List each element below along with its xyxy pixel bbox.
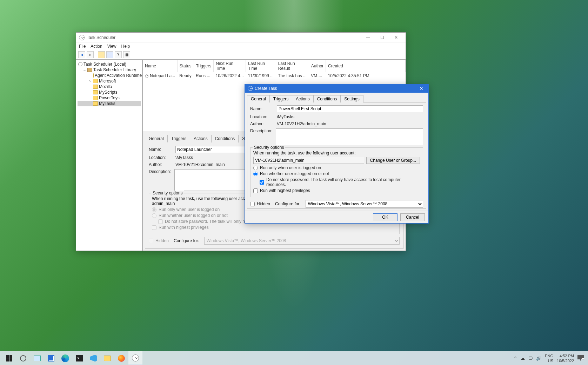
tab-general[interactable]: General <box>145 135 168 142</box>
col-result[interactable]: Last Run Result <box>276 60 309 72</box>
cancel-button[interactable]: Cancel <box>400 213 425 221</box>
dlg-tab-conditions[interactable]: Conditions <box>313 95 341 102</box>
dlg-tab-triggers[interactable]: Triggers <box>269 95 293 102</box>
tree-root[interactable]: Task Scheduler (Local) <box>78 61 141 67</box>
dlg-author: VM-10V21H2\admin_main <box>277 121 326 126</box>
system-tray: ⌃ ☁ 🖵 🔊 ENGUS 4:52 PM10/5/2022 <box>514 353 586 363</box>
edge-app[interactable] <box>58 351 72 365</box>
col-created[interactable]: Created <box>326 60 406 72</box>
dlg-no-store-pw-check[interactable] <box>260 180 264 185</box>
tab-actions[interactable]: Actions <box>190 135 211 142</box>
col-next[interactable]: Next Run Time <box>214 60 246 72</box>
author-label: Author: <box>149 162 172 167</box>
close-button[interactable]: ✕ <box>389 34 403 41</box>
minimize-button[interactable]: — <box>361 34 375 41</box>
run-whether-radio <box>152 213 156 218</box>
toolbar-btn-3[interactable] <box>98 51 105 58</box>
dialog-titlebar[interactable]: Create Task ✕ <box>245 84 428 93</box>
col-triggers[interactable]: Triggers <box>194 60 214 72</box>
ok-button[interactable]: OK <box>373 213 397 221</box>
onedrive-icon[interactable]: ☁ <box>521 356 525 361</box>
tree-pane: Task Scheduler (Local) ⌄Task Scheduler L… <box>76 60 143 251</box>
tree-item-myscripts[interactable]: MyScripts <box>78 89 141 95</box>
dlg-author-label: Author: <box>250 121 273 126</box>
dlg-security-legend: Security options <box>253 145 285 150</box>
files-app[interactable] <box>44 351 58 365</box>
file-icon <box>48 355 54 361</box>
dlg-location: \MyTasks <box>277 114 294 119</box>
dlg-configure-label: Configure for: <box>275 201 301 206</box>
scheduler-app[interactable] <box>128 351 142 365</box>
taskview-app[interactable] <box>30 351 44 365</box>
dlg-run-loggedon-radio[interactable] <box>253 166 258 170</box>
desc-label: Description: <box>149 169 171 174</box>
tab-conditions[interactable]: Conditions <box>211 135 239 142</box>
collapse-icon[interactable]: ⌄ <box>82 67 86 72</box>
dlg-tab-actions[interactable]: Actions <box>292 95 313 102</box>
chevron-up-icon[interactable]: ⌃ <box>514 356 517 361</box>
dlg-name-label: Name: <box>250 106 273 111</box>
language-indicator[interactable]: ENGUS <box>545 353 553 363</box>
task-row[interactable]: Notepad La... Ready Runs ... 10/26/2022 … <box>143 72 406 80</box>
dlg-name-input[interactable] <box>277 105 423 112</box>
dlg-tab-general[interactable]: General <box>247 95 270 102</box>
tree-item-microsoft[interactable]: ›Microsoft <box>78 78 141 84</box>
settings-app[interactable] <box>16 351 30 365</box>
col-last[interactable]: Last Run Time <box>246 60 276 72</box>
gear-icon <box>20 355 26 361</box>
edge-icon <box>61 354 69 362</box>
dlg-hidden-check[interactable] <box>250 202 255 206</box>
col-author[interactable]: Author <box>309 60 326 72</box>
detail-location: \MyTasks <box>175 155 193 160</box>
terminal-icon: >_ <box>76 355 83 361</box>
maximize-button[interactable]: ☐ <box>375 34 389 41</box>
window-title: Task Scheduler <box>87 35 361 40</box>
network-icon[interactable]: 🖵 <box>528 356 533 361</box>
firefox-app[interactable] <box>114 351 128 365</box>
folder-icon <box>93 96 98 100</box>
terminal-app[interactable]: >_ <box>72 351 86 365</box>
tree-item-mozilla[interactable]: Mozilla <box>78 84 141 89</box>
toolbar-btn-5[interactable]: ? <box>115 51 122 58</box>
location-label: Location: <box>149 155 172 160</box>
folder-icon <box>93 90 98 94</box>
col-status[interactable]: Status <box>177 60 194 72</box>
clock[interactable]: 4:52 PM10/5/2022 <box>557 353 574 363</box>
highest-priv-check <box>152 225 156 230</box>
detail-author: VM-10V21H2\admin_main <box>175 162 225 167</box>
back-button[interactable] <box>78 51 85 58</box>
titlebar[interactable]: Task Scheduler — ☐ ✕ <box>76 33 406 42</box>
volume-icon[interactable]: 🔊 <box>536 356 541 361</box>
menubar: File Action View Help <box>76 42 406 50</box>
explorer-app[interactable] <box>100 351 114 365</box>
dlg-run-whether-radio[interactable] <box>253 172 258 176</box>
tab-triggers[interactable]: Triggers <box>167 135 191 142</box>
tree-library[interactable]: ⌄Task Scheduler Library <box>78 67 141 73</box>
tree-item-powertoys[interactable]: PowerToys <box>78 95 141 101</box>
tree-item-mytasks[interactable]: MyTasks <box>78 101 141 106</box>
forward-button[interactable] <box>87 51 94 58</box>
dlg-tab-settings[interactable]: Settings <box>340 95 363 102</box>
dlg-description-input[interactable] <box>276 128 423 145</box>
dialog-close-button[interactable]: ✕ <box>417 86 426 91</box>
start-button[interactable] <box>2 351 16 365</box>
change-user-button[interactable]: Change User or Group... <box>366 157 420 164</box>
menu-view[interactable]: View <box>107 44 116 49</box>
dlg-highest-priv-check[interactable] <box>253 188 258 193</box>
col-name[interactable]: Name <box>143 60 177 72</box>
taskview-icon <box>34 356 41 361</box>
toolbar-btn-6[interactable]: ▦ <box>123 51 130 58</box>
expand-icon[interactable]: › <box>88 79 92 84</box>
clock-icon <box>79 35 85 40</box>
menu-action[interactable]: Action <box>91 44 102 49</box>
toolbar-btn-4[interactable] <box>106 51 113 58</box>
vscode-app[interactable] <box>86 351 100 365</box>
tree-item-agent[interactable]: Agent Activation Runtime <box>78 73 141 78</box>
menu-help[interactable]: Help <box>121 44 130 49</box>
create-task-dialog: Create Task ✕ General Triggers Actions C… <box>245 84 429 224</box>
menu-file[interactable]: File <box>79 44 86 49</box>
notifications-icon[interactable] <box>577 355 584 361</box>
folder-icon <box>104 356 111 361</box>
security-legend: Security options <box>151 191 184 195</box>
dlg-configure-combo[interactable]: Windows Vista™, Windows Server™ 2008 <box>306 200 423 208</box>
